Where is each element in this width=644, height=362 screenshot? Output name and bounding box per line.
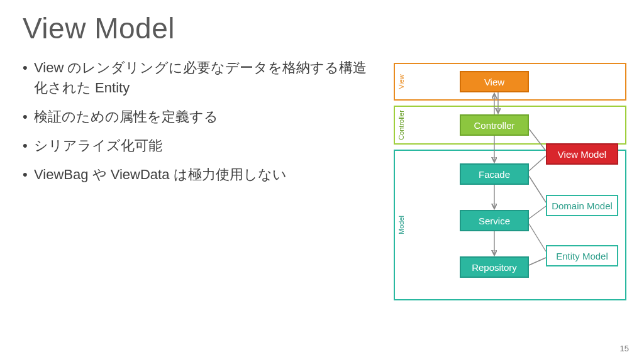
box-view-model: View Model [546,143,618,165]
architecture-diagram: View Controller Model [394,63,626,302]
bullet-item: 検証のための属性を定義する [23,107,375,127]
bullet-item: ViewBag や ViewData は極力使用しない [23,165,375,185]
layer-label-model: Model [397,212,406,238]
page-number: 15 [620,344,629,353]
bullet-list: View のレンダリングに必要なデータを格納する構造化された Entity 検証… [23,58,375,184]
bullet-item: View のレンダリングに必要なデータを格納する構造化された Entity [23,58,375,98]
box-facade: Facade [460,163,529,185]
slide-title: View Model [23,11,621,45]
box-controller: Controller [460,114,529,136]
layer-label-view: View [397,70,406,93]
layer-label-controller: Controller [397,106,406,144]
box-view: View [460,71,529,92]
slide: View Model View のレンダリングに必要なデータを格納する構造化され… [0,0,644,362]
box-entity-model: Entity Model [546,245,618,266]
bullet-item: シリアライズ化可能 [23,136,375,156]
box-service: Service [460,210,529,231]
box-domain-model: Domain Model [546,195,618,216]
box-repository: Repository [460,256,529,278]
